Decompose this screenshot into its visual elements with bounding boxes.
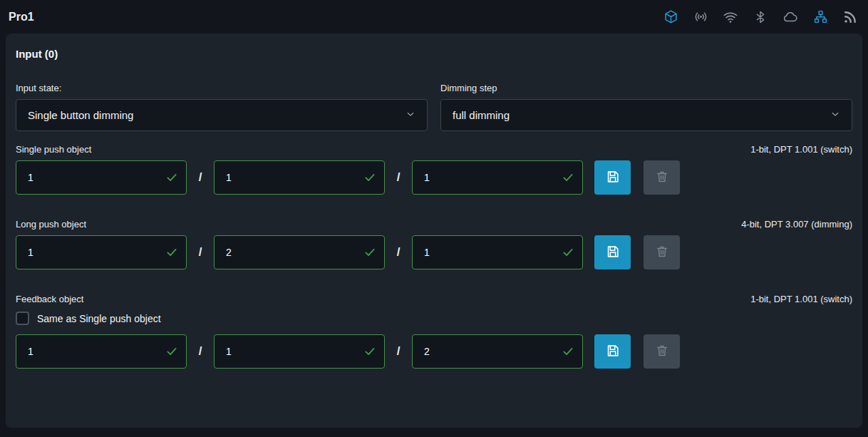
save-button[interactable]	[594, 160, 631, 195]
dimming-step-select[interactable]: full dimming	[440, 99, 852, 131]
input-panel: Input (0) Input state: Single button dim…	[6, 34, 862, 428]
ga-sub-input[interactable]	[412, 235, 583, 269]
input-state-select[interactable]: Single button dimming	[16, 99, 428, 131]
save-button[interactable]	[594, 334, 631, 369]
broadcast-icon[interactable]	[693, 9, 708, 25]
chevron-down-icon	[830, 109, 840, 121]
dimming-step-value: full dimming	[453, 109, 510, 121]
ga-middle-input[interactable]	[214, 235, 385, 269]
trash-icon	[655, 170, 669, 186]
ga-main-input[interactable]	[16, 235, 187, 269]
ga-sub-input[interactable]	[412, 334, 583, 369]
long-push-dpt: 4-bit, DPT 3.007 (dimming)	[741, 219, 852, 230]
save-button[interactable]	[594, 235, 631, 269]
single-push-dpt: 1-bit, DPT 1.001 (switch)	[750, 144, 852, 155]
save-icon	[605, 343, 621, 361]
ga-separator: /	[187, 344, 214, 359]
same-as-single-push-row: Same as Single push object	[16, 312, 852, 325]
dimming-step-label: Dimming step	[440, 83, 852, 93]
bluetooth-icon[interactable]	[753, 9, 768, 25]
ga-separator: /	[385, 170, 412, 185]
ga-middle-input[interactable]	[214, 334, 385, 369]
ga-row: / /	[16, 160, 852, 195]
ga-row: / /	[16, 334, 852, 369]
lan-icon[interactable]	[812, 9, 828, 25]
input-state-field: Input state: Single button dimming	[16, 83, 428, 131]
ga-middle-field	[214, 235, 385, 269]
ga-main-field	[16, 334, 187, 369]
cube-icon[interactable]	[663, 9, 678, 25]
ga-middle-field	[214, 334, 385, 369]
input-state-label: Input state:	[16, 83, 428, 93]
save-icon	[605, 169, 621, 187]
feedback-label: Feedback object	[16, 294, 83, 304]
delete-button[interactable]	[644, 334, 680, 369]
dimming-step-field: Dimming step full dimming	[440, 83, 852, 131]
same-as-single-push-label: Same as Single push object	[37, 313, 161, 324]
input-state-value: Single button dimming	[28, 109, 133, 121]
cloud-icon[interactable]	[782, 9, 798, 25]
panel-title: Input (0)	[16, 48, 852, 60]
rss-icon[interactable]	[842, 9, 858, 25]
ga-sub-field	[412, 235, 583, 269]
top-bar: Pro1	[0, 0, 868, 34]
long-push-label: Long push object	[16, 219, 86, 230]
ga-main-input[interactable]	[16, 334, 187, 369]
ga-sub-input[interactable]	[412, 160, 583, 195]
trash-icon	[655, 344, 669, 360]
ga-main-input[interactable]	[16, 160, 187, 195]
ga-middle-field	[214, 160, 385, 195]
ga-separator: /	[187, 245, 214, 259]
ga-main-field	[16, 235, 187, 269]
feedback-section: Feedback object 1-bit, DPT 1.001 (switch…	[16, 294, 852, 369]
single-push-label: Single push object	[16, 144, 91, 155]
delete-button[interactable]	[644, 235, 680, 269]
ga-middle-input[interactable]	[214, 160, 385, 195]
ga-sub-field	[412, 334, 583, 369]
ga-sub-field	[412, 160, 583, 195]
trash-icon	[655, 245, 669, 261]
ga-row: / /	[16, 235, 852, 269]
selects-row: Input state: Single button dimming Dimmi…	[16, 83, 852, 131]
chevron-down-icon	[405, 109, 415, 121]
save-icon	[605, 244, 621, 262]
same-as-single-push-checkbox[interactable]	[16, 312, 29, 325]
page-title: Pro1	[9, 11, 34, 24]
wifi-icon[interactable]	[723, 9, 738, 25]
ga-separator: /	[187, 170, 214, 185]
ga-main-field	[16, 160, 187, 195]
single-push-section: Single push object 1-bit, DPT 1.001 (swi…	[16, 144, 852, 195]
feedback-dpt: 1-bit, DPT 1.001 (switch)	[750, 294, 852, 304]
ga-separator: /	[385, 245, 412, 259]
delete-button[interactable]	[644, 160, 680, 195]
ga-separator: /	[385, 344, 412, 359]
long-push-section: Long push object 4-bit, DPT 3.007 (dimmi…	[16, 219, 852, 269]
status-icon-group	[663, 9, 858, 25]
